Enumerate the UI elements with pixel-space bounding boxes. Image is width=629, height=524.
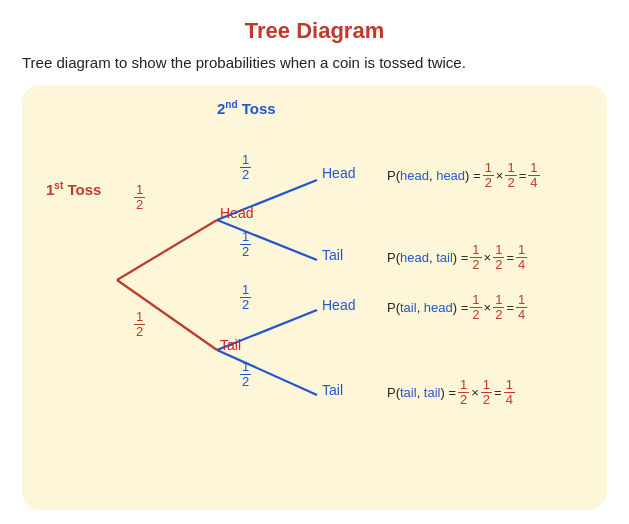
frac-blue-botbot: 12: [240, 360, 251, 390]
diagram-box: 2nd Toss 1st Toss 12 12: [22, 85, 607, 510]
page: Tree Diagram Tree diagram to show the pr…: [0, 0, 629, 524]
frac-red-bot: 12: [134, 310, 145, 340]
frac-red-top: 12: [134, 183, 145, 213]
toss2-sup: nd: [225, 99, 237, 110]
prob-expr-3: P(tail, head) = 12 × 12 = 14: [387, 293, 527, 323]
prob-expr-4: P(tail, tail) = 12 × 12 = 14: [387, 378, 515, 408]
svg-line-3: [217, 220, 317, 260]
end-label-toptop: Head: [322, 165, 355, 181]
end-label-topbot: Tail: [322, 247, 343, 263]
end-label-botbot: Tail: [322, 382, 343, 398]
toss1-label: 1st Toss: [46, 180, 101, 198]
mid-head-label: Head: [220, 205, 253, 221]
svg-line-0: [117, 220, 217, 280]
frac-blue-topbot: 12: [240, 230, 251, 260]
mid-tail-label: Tail: [220, 337, 241, 353]
prob-expr-2: P(head, tail) = 12 × 12 = 14: [387, 243, 527, 273]
prob-expr-1: P(head, head) = 12 × 12 = 14: [387, 161, 540, 191]
svg-line-5: [217, 350, 317, 395]
toss2-label: 2nd Toss: [217, 99, 276, 117]
end-label-bottop: Head: [322, 297, 355, 313]
toss1-sup: st: [54, 180, 63, 191]
page-title: Tree Diagram: [22, 18, 607, 44]
frac-blue-bottop: 12: [240, 283, 251, 313]
frac-blue-toptop: 12: [240, 153, 251, 183]
subtitle: Tree diagram to show the probabilities w…: [22, 54, 607, 71]
svg-line-1: [117, 280, 217, 350]
